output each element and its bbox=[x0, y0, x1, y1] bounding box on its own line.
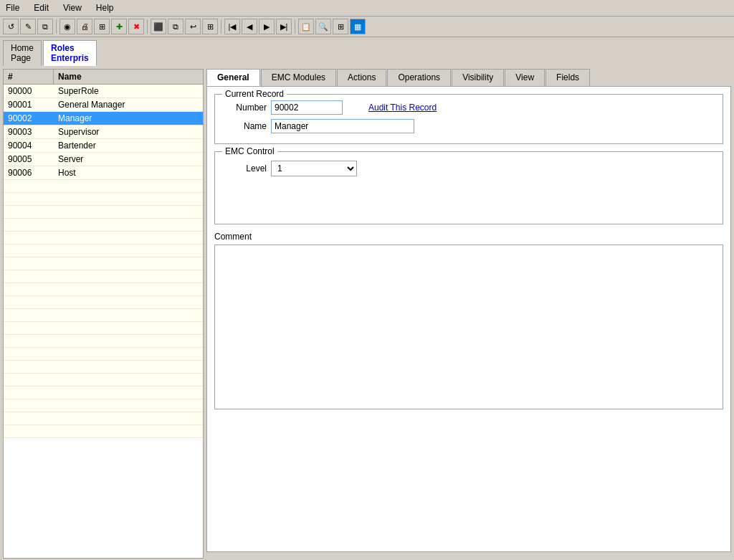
level-select[interactable]: 1 2 3 4 5 bbox=[271, 161, 357, 176]
cell-id: 90006 bbox=[4, 166, 54, 179]
emc-control-legend: EMC Control bbox=[222, 146, 277, 156]
toolbar-delete[interactable]: ✖ bbox=[128, 19, 144, 34]
toolbar-grid[interactable]: ⊞ bbox=[94, 19, 110, 34]
tab-bar: General EMC Modules Actions Operations V… bbox=[206, 69, 731, 86]
list-row-empty bbox=[4, 232, 203, 245]
toolbar-grid2[interactable]: ⊞ bbox=[333, 19, 348, 34]
tab-content-general: Current Record Number Audit This Record … bbox=[206, 86, 731, 552]
current-record-section: Current Record Number Audit This Record … bbox=[214, 94, 723, 144]
list-row-empty bbox=[4, 180, 203, 193]
list-row-empty bbox=[4, 219, 203, 232]
comment-label: Comment bbox=[214, 232, 723, 242]
list-row-empty bbox=[4, 245, 203, 257]
toolbar-search[interactable]: 🔍 bbox=[315, 19, 331, 34]
list-row-empty bbox=[4, 206, 203, 219]
toolbar-first[interactable]: |◀ bbox=[224, 19, 240, 34]
emc-control-section: EMC Control Level 1 2 3 4 5 bbox=[214, 151, 723, 224]
menu-file[interactable]: File bbox=[3, 1, 22, 14]
cell-id: 90002 bbox=[4, 112, 54, 125]
toolbar-undo[interactable]: ↩ bbox=[185, 19, 201, 34]
list-row-empty bbox=[4, 374, 203, 386]
right-panel: General EMC Modules Actions Operations V… bbox=[206, 69, 731, 559]
list-item[interactable]: 90005 Server bbox=[4, 153, 203, 166]
level-row: Level 1 2 3 4 5 bbox=[224, 161, 714, 176]
list-item[interactable]: 90004 Bartender bbox=[4, 139, 203, 153]
main-content: # Name 90000 SuperRole 90001 General Man… bbox=[0, 66, 734, 560]
toolbar-sep3 bbox=[221, 19, 221, 34]
list-row-empty bbox=[4, 335, 203, 348]
level-label: Level bbox=[224, 163, 267, 174]
menu-help[interactable]: Help bbox=[93, 1, 117, 14]
cell-id: 90003 bbox=[4, 125, 54, 138]
menu-edit[interactable]: Edit bbox=[31, 1, 52, 14]
nav-tab-roles[interactable]: RolesEnterpris bbox=[43, 40, 97, 66]
list-row-empty bbox=[4, 425, 203, 438]
toolbar-print1[interactable]: ◉ bbox=[59, 19, 75, 34]
toolbar: ↺ ✎ ⧉ ◉ 🖨 ⊞ ✚ ✖ ⬛ ⧉ ↩ ⊞ |◀ ◀ ▶ ▶| 📋 🔍 ⊞ … bbox=[0, 16, 734, 37]
cell-name: Server bbox=[54, 153, 203, 166]
name-row: Name bbox=[224, 119, 714, 133]
list-row-empty bbox=[4, 193, 203, 206]
comment-section: Comment bbox=[214, 232, 723, 412]
cell-id: 90001 bbox=[4, 98, 54, 111]
nav-tabs-area: HomePage RolesEnterpris bbox=[0, 37, 734, 66]
toolbar-prev[interactable]: ◀ bbox=[242, 19, 257, 34]
cell-name: Manager bbox=[54, 112, 203, 125]
list-row-empty bbox=[4, 270, 203, 283]
tab-visibility[interactable]: Visibility bbox=[452, 69, 504, 86]
comment-textarea[interactable] bbox=[214, 245, 723, 409]
tab-general[interactable]: General bbox=[206, 69, 260, 86]
list-item[interactable]: 90003 Supervisor bbox=[4, 125, 203, 139]
toolbar-refresh[interactable]: ↺ bbox=[3, 19, 19, 34]
list-item[interactable]: 90006 Host bbox=[4, 166, 203, 180]
number-input[interactable] bbox=[271, 100, 343, 115]
name-input[interactable] bbox=[271, 119, 414, 133]
cell-name: Host bbox=[54, 166, 203, 179]
toolbar-nav2[interactable]: ⧉ bbox=[168, 19, 184, 34]
tab-actions[interactable]: Actions bbox=[337, 69, 386, 86]
list-row-empty bbox=[4, 322, 203, 335]
nav-tab-home[interactable]: HomePage bbox=[3, 40, 42, 66]
toolbar-sep1 bbox=[56, 19, 57, 34]
toolbar-last[interactable]: ▶| bbox=[276, 19, 292, 34]
audit-link[interactable]: Audit This Record bbox=[368, 103, 437, 113]
cell-name: General Manager bbox=[54, 98, 203, 111]
list-item[interactable]: 90000 SuperRole bbox=[4, 85, 203, 98]
list-row-empty bbox=[4, 399, 203, 412]
toolbar-new[interactable]: ✚ bbox=[111, 19, 127, 34]
tab-emc-modules[interactable]: EMC Modules bbox=[261, 69, 336, 86]
col-header-id: # bbox=[4, 70, 54, 84]
toolbar-paste[interactable]: ⊞ bbox=[202, 19, 218, 34]
list-row-empty bbox=[4, 283, 203, 296]
toolbar-sep2 bbox=[147, 19, 148, 34]
list-row-empty bbox=[4, 386, 203, 399]
list-item-selected[interactable]: 90002 Manager bbox=[4, 112, 203, 125]
menu-view[interactable]: View bbox=[60, 1, 85, 14]
cell-id: 90005 bbox=[4, 153, 54, 166]
tab-view[interactable]: View bbox=[505, 69, 545, 86]
number-row: Number Audit This Record bbox=[224, 100, 714, 115]
cell-name: SuperRole bbox=[54, 85, 203, 98]
list-row-empty bbox=[4, 412, 203, 425]
name-label: Name bbox=[224, 121, 267, 131]
list-row-empty bbox=[4, 361, 203, 374]
toolbar-print2[interactable]: 🖨 bbox=[77, 19, 92, 34]
list-row-empty bbox=[4, 348, 203, 361]
tab-fields[interactable]: Fields bbox=[545, 69, 590, 86]
toolbar-copy[interactable]: ⧉ bbox=[37, 19, 53, 34]
list-row-empty bbox=[4, 309, 203, 322]
list-item[interactable]: 90001 General Manager bbox=[4, 98, 203, 112]
current-record-legend: Current Record bbox=[222, 89, 287, 99]
cell-id: 90000 bbox=[4, 85, 54, 98]
toolbar-next[interactable]: ▶ bbox=[259, 19, 275, 34]
list-row-empty bbox=[4, 257, 203, 270]
tab-operations[interactable]: Operations bbox=[387, 69, 451, 86]
toolbar-edit[interactable]: ✎ bbox=[20, 19, 36, 34]
toolbar-chart[interactable]: ▦ bbox=[350, 19, 366, 34]
toolbar-doc[interactable]: 📋 bbox=[298, 19, 314, 34]
toolbar-nav1[interactable]: ⬛ bbox=[151, 19, 166, 34]
cell-name: Supervisor bbox=[54, 125, 203, 138]
list-panel: # Name 90000 SuperRole 90001 General Man… bbox=[3, 69, 204, 559]
toolbar-sep4 bbox=[295, 19, 295, 34]
menu-bar: File Edit View Help bbox=[0, 0, 734, 16]
